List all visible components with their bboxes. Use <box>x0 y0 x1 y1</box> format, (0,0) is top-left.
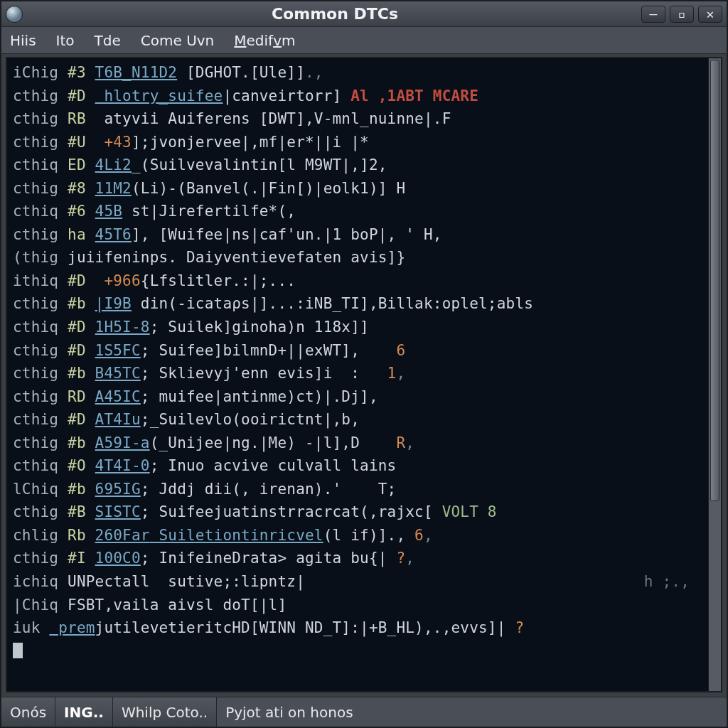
terminal-line: |Chiq FSBT,vaila aivsl doT[|l] <box>13 594 704 617</box>
status-tab-0[interactable]: Onós <box>1 697 55 727</box>
statusbar: Onós ING.. Whilp Coto.. Pyjot ati on hon… <box>1 697 727 727</box>
close-icon: ✕ <box>707 6 714 21</box>
terminal-line: cthig #b B45TC; Sklievyj'enn evis]i : 1, <box>13 362 704 385</box>
menu-ito[interactable]: Ito <box>56 32 75 49</box>
terminal-line: lChiq #b 695IG; Jddj dii(, irenan).' T; <box>13 478 704 501</box>
terminal-line: cthig #U +43];jvonjervee|,mf|er*||i |* <box>13 131 704 154</box>
terminal-line: cthig ha 45T6], [Wuifee|ns|caf'un.|1 boP… <box>13 223 704 247</box>
terminal-line: cthig #B SISTC; Suifeejuatinstrracrcat(,… <box>13 500 704 524</box>
window-controls: – ▫ ✕ <box>641 6 722 23</box>
terminal-output[interactable]: iChig #3 T6B_N11D2 [DGHOT.[Ule]].,cthig … <box>6 57 708 692</box>
cursor <box>13 643 23 658</box>
titlebar[interactable]: Common DTCs – ▫ ✕ <box>1 1 727 27</box>
terminal-line: cthiq #O 4T4I-0; Inuo acvive culvall lai… <box>13 454 704 478</box>
minimize-button[interactable]: – <box>641 6 665 23</box>
terminal-line: cthiq #6 45B st|Jirefertilfe*(, <box>13 200 704 223</box>
content-area: iChig #3 T6B_N11D2 [DGHOT.[Ule]].,cthig … <box>1 54 727 697</box>
terminal-line: iuk premjutilevetieritcHD[WINN ND_T]:|+B… <box>13 616 704 640</box>
app-window: Common DTCs – ▫ ✕ Hiis Ito Tde Come Uvn … <box>0 0 728 728</box>
terminal-line: chlig Rb 260Far Suiletiontinricvel(l if)… <box>13 524 704 547</box>
terminal-line: cthig #D hlotry_suifee|canveirtorr] Al ,… <box>13 85 704 108</box>
scrollbar-thumb[interactable] <box>710 60 719 501</box>
status-tab-2[interactable]: Whilp Coto.. <box>113 697 217 727</box>
restore-icon: ▫ <box>678 6 686 21</box>
vertical-scrollbar[interactable] <box>708 57 722 692</box>
minimize-icon: – <box>650 6 658 21</box>
terminal-line: cthiq #D 1H5I-8; Suilek]ginoha)n 118x]] <box>13 316 704 339</box>
terminal-line: (thig juiifeninps. Daiyventievefaten avi… <box>13 246 704 269</box>
restore-button[interactable]: ▫ <box>670 6 694 23</box>
status-right-text: Pyjot ati on honos <box>217 697 727 727</box>
status-tab-1[interactable]: ING.. <box>55 697 113 727</box>
terminal-line: cthig #8 11M2(Li)-(Banvel(.|Fin[)|eolk1)… <box>13 177 704 200</box>
terminal-line: cthig #b |I9B din(-icataρs|]...:iNB_TI],… <box>13 292 704 316</box>
terminal-line: ichiq UNPectall sutive;:lipntz|h ;., <box>13 570 704 594</box>
terminal-line: cthig #D 1S5FC; Suifee]bilmnD+||exWT], 6 <box>13 339 704 363</box>
terminal-line: cthig #b A59I-a(_Unijee|ng.|Me) -|l],D R… <box>13 432 704 455</box>
close-button[interactable]: ✕ <box>698 6 722 23</box>
menu-hiis[interactable]: Hiis <box>10 32 36 49</box>
menu-comeuvn[interactable]: Come Uvn <box>141 32 215 49</box>
menubar: Hiis Ito Tde Come Uvn Medifvm <box>1 27 727 54</box>
menu-medifvm[interactable]: Medifvm <box>234 32 295 49</box>
terminal-line: cthig #D AT4Iu;_Suilevlo(ooirictnt|,b, <box>13 408 704 432</box>
terminal-line: cthiq ED 4Li2_(Suilvevalintin[l M9WT|,]2… <box>13 154 704 177</box>
window-title: Common DTCs <box>28 5 641 23</box>
terminal-line: iChig #3 T6B_N11D2 [DGHOT.[Ule]]., <box>13 61 704 85</box>
system-menu-icon[interactable] <box>6 6 23 23</box>
terminal-line: cthig #I 100C0; InifeineDrata> agita bu{… <box>13 547 704 570</box>
terminal-line: cthig RD A45IC; muifee|antinme)ct)|.Dj], <box>13 385 704 409</box>
scrollbar-track[interactable] <box>709 503 721 691</box>
terminal-line: cthig RB atyvii Auiferens [DWT],V-mnl_nu… <box>13 107 704 131</box>
terminal-line: ithiq #D +966{Lfslitler.:|;... <box>13 269 704 293</box>
menu-tde[interactable]: Tde <box>95 32 121 49</box>
